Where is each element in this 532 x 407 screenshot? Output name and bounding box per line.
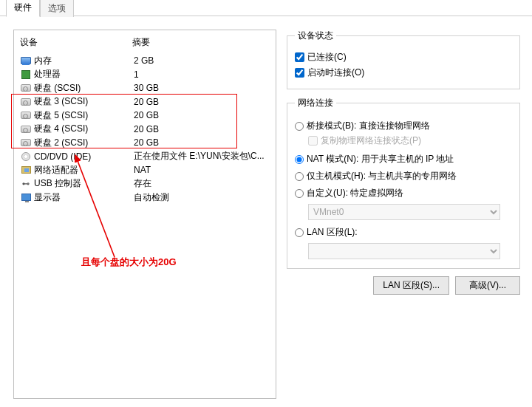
radio-bridge-input[interactable]	[295, 122, 304, 131]
device-name: CD/DVD (IDE)	[34, 151, 134, 162]
radio-lan-segment-label: LAN 区段(L):	[307, 226, 358, 239]
device-row[interactable]: 显示器自动检测	[18, 191, 276, 205]
device-row[interactable]: CD/DVD (IDE)正在使用文件 E:\YUN\安装包\C...	[18, 150, 276, 164]
advanced-button[interactable]: 高级(V)...	[455, 276, 520, 295]
radio-bridge-label: 桥接模式(B): 直接连接物理网络	[307, 120, 430, 132]
hdd-icon	[21, 112, 31, 119]
device-row[interactable]: 硬盘 2 (SCSI)20 GB	[18, 136, 276, 150]
device-name: 硬盘 3 (SCSI)	[34, 95, 134, 108]
device-summary: 20 GB	[134, 110, 276, 120]
radio-lan-segment-input[interactable]	[295, 228, 304, 237]
checkbox-connect-on-start-input[interactable]	[295, 68, 304, 78]
device-name: 内存	[34, 55, 134, 67]
device-summary: 30 GB	[134, 83, 276, 93]
checkbox-bridge-copy-state: 复制物理网络连接状态(P)	[308, 134, 512, 147]
radio-host-only[interactable]: 仅主机模式(H): 与主机共享的专用网络	[295, 170, 512, 182]
device-status-group: 设备状态 已连接(C) 启动时连接(O)	[287, 30, 520, 89]
device-row[interactable]: 硬盘 4 (SCSI)20 GB	[18, 123, 276, 137]
cpu-icon	[21, 70, 30, 79]
device-name: 硬盘 5 (SCSI)	[34, 109, 134, 122]
radio-custom-label: 自定义(U): 特定虚拟网络	[307, 187, 403, 199]
cd-icon	[21, 152, 30, 161]
device-summary: 自动检测	[134, 191, 276, 204]
radio-custom[interactable]: 自定义(U): 特定虚拟网络	[295, 187, 512, 199]
device-row[interactable]: 硬盘 (SCSI)30 GB	[18, 81, 276, 95]
device-summary: 1	[134, 69, 276, 80]
memory-icon	[21, 57, 31, 64]
network-connection-legend: 网络连接	[295, 97, 336, 109]
device-panel: 设备 摘要 内存2 GB处理器1硬盘 (SCSI)30 GB硬盘 3 (SCSI…	[13, 30, 276, 399]
radio-bridge[interactable]: 桥接模式(B): 直接连接物理网络	[295, 120, 512, 132]
radio-custom-input[interactable]	[295, 189, 304, 198]
checkbox-connected-input[interactable]	[295, 52, 304, 62]
select-lan-segment	[308, 243, 500, 259]
hdd-icon	[21, 126, 31, 133]
radio-lan-segment[interactable]: LAN 区段(L):	[295, 226, 512, 239]
device-name: USB 控制器	[34, 177, 134, 190]
device-name: 硬盘 2 (SCSI)	[34, 137, 134, 149]
radio-nat-label: NAT 模式(N): 用于共享主机的 IP 地址	[307, 153, 454, 165]
checkbox-bridge-copy-state-label: 复制物理网络连接状态(P)	[321, 134, 421, 147]
device-name: 处理器	[34, 68, 134, 81]
checkbox-connect-on-start[interactable]: 启动时连接(O)	[295, 66, 512, 79]
checkbox-connect-on-start-label: 启动时连接(O)	[307, 66, 364, 79]
radio-nat[interactable]: NAT 模式(N): 用于共享主机的 IP 地址	[295, 153, 512, 165]
hdd-icon	[21, 98, 31, 106]
network-icon	[21, 166, 31, 174]
checkbox-bridge-copy-state-input	[308, 136, 318, 146]
radio-host-only-input[interactable]	[295, 172, 304, 181]
device-summary: 正在使用文件 E:\YUN\安装包\C...	[134, 150, 276, 163]
col-header-device: 设备	[20, 36, 132, 49]
radio-host-only-label: 仅主机模式(H): 与主机共享的专用网络	[307, 170, 457, 182]
tab-hardware[interactable]: 硬件	[6, 0, 40, 17]
device-row[interactable]: 网络适配器NAT	[18, 163, 276, 177]
device-row[interactable]: ⊷USB 控制器存在	[18, 177, 276, 191]
select-custom-vmnet: VMnet0	[308, 204, 500, 220]
col-header-summary: 摘要	[132, 36, 270, 49]
device-row[interactable]: 内存2 GB	[18, 54, 276, 68]
settings-panel: 设备状态 已连接(C) 启动时连接(O) 网络连接 桥接模式(B): 直接连接物…	[287, 30, 520, 399]
device-name: 网络适配器	[34, 164, 134, 177]
checkbox-connected-label: 已连接(C)	[307, 51, 347, 64]
device-summary: 20 GB	[134, 124, 276, 134]
device-row[interactable]: 硬盘 3 (SCSI)20 GB	[18, 95, 276, 109]
device-row[interactable]: 硬盘 5 (SCSI)20 GB	[18, 109, 276, 123]
usb-icon: ⊷	[22, 180, 30, 188]
device-summary: NAT	[134, 165, 276, 175]
device-list: 内存2 GB处理器1硬盘 (SCSI)30 GB硬盘 3 (SCSI)20 GB…	[14, 52, 276, 205]
device-summary: 存在	[134, 177, 276, 190]
device-name: 显示器	[34, 191, 134, 204]
device-summary: 20 GB	[134, 137, 276, 148]
radio-nat-input[interactable]	[295, 155, 304, 164]
tab-bar: 硬件 选项	[6, 0, 74, 16]
device-name: 硬盘 (SCSI)	[34, 82, 134, 95]
device-summary: 2 GB	[134, 55, 276, 66]
monitor-icon	[21, 194, 31, 201]
device-name: 硬盘 4 (SCSI)	[34, 123, 134, 135]
device-row[interactable]: 处理器1	[18, 68, 276, 82]
annotation-text: 且每个盘的大小为20G	[81, 256, 177, 269]
network-connection-group: 网络连接 桥接模式(B): 直接连接物理网络 复制物理网络连接状态(P) NAT…	[287, 97, 520, 269]
device-summary: 20 GB	[134, 97, 276, 107]
hdd-icon	[21, 84, 31, 92]
checkbox-connected[interactable]: 已连接(C)	[295, 51, 512, 64]
hdd-icon	[21, 139, 31, 146]
lan-segments-button[interactable]: LAN 区段(S)...	[373, 276, 449, 295]
device-status-legend: 设备状态	[295, 30, 336, 42]
tab-options[interactable]: 选项	[40, 0, 74, 17]
